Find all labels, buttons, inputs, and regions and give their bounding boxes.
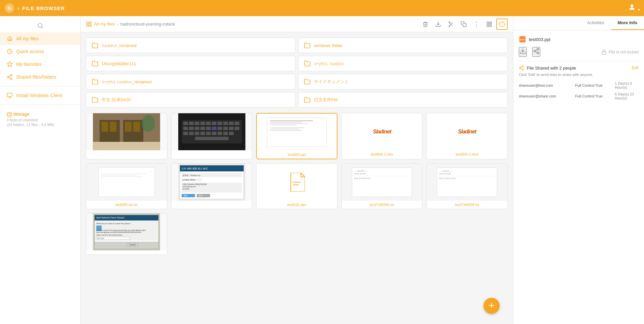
delete-button[interactable] [420, 18, 431, 30]
file-thumbnail [257, 114, 337, 151]
svg-rect-12 [7, 93, 12, 97]
file-item-testtxt0008[interactable]: --- sender --- send email text content l… [426, 163, 508, 209]
search-icon[interactable] [37, 22, 44, 29]
svg-text:G: G [8, 5, 11, 11]
add-icon: + [489, 300, 495, 311]
svg-text:Test Host: Test Host [97, 237, 104, 239]
file-thumbnail [257, 164, 337, 201]
add-fab-button[interactable]: + [484, 298, 500, 314]
sidebar-item-install-windows[interactable]: Install Windows Client [0, 89, 80, 102]
svg-rect-27 [490, 22, 492, 24]
file-label: test010.abc [257, 201, 337, 209]
sidebar-item-shared-files[interactable]: Shared files/folders [0, 71, 80, 83]
svg-rect-51 [223, 122, 228, 125]
header-title: FILE BROWSER [22, 5, 65, 11]
svg-rect-54 [183, 127, 188, 130]
file-thumbnail: --- sender --- send email text content l… [342, 164, 422, 201]
file-item-testtxt0006[interactable]: --- sender --- send email text content l… [341, 163, 423, 209]
file-label [172, 201, 252, 205]
keyboard-thumb [172, 113, 252, 150]
svg-text:Light a name for this network : Light a name for this network place: [96, 234, 123, 236]
cut-button[interactable] [445, 18, 457, 30]
toolbar: All my files › hadroncloud-yuening-cstac… [81, 16, 513, 32]
folder-item[interactable]: התמונה בתקייה_renamed [86, 74, 295, 89]
sidebar-item-my-favorites[interactable]: My favorites [0, 58, 80, 71]
sidebar-item-label-favorites: My favorites [16, 62, 41, 67]
storage-count: (24 folders, 11 files - 4.8 MB) [7, 123, 74, 127]
download-button[interactable] [432, 18, 444, 30]
more-button[interactable]: ⋮ [471, 18, 482, 30]
file-item-screenshot2[interactable]: 文件 编辑 视图 插入 格式 文件名：TestDoc.txt 文件类型: All… [171, 163, 252, 209]
folder-name: Übungsblätter111 [102, 61, 136, 66]
folder-item[interactable]: התמונה_renamed [86, 38, 295, 53]
grid-view-button[interactable] [484, 18, 495, 30]
file-label: test003.ppt [257, 151, 337, 159]
monitor-icon [7, 92, 13, 98]
file-thumbnail [172, 113, 252, 150]
folder-name: 中文-目录Dir01 [102, 97, 131, 103]
info-button[interactable] [496, 18, 508, 30]
svg-rect-52 [229, 122, 233, 125]
breadcrumb-root[interactable]: All my files [94, 22, 115, 27]
folder-item[interactable]: 日文文件Fld [298, 92, 508, 108]
file-item-test004-1[interactable]: Sladinet test004.1.htm [341, 113, 423, 159]
storage-title: Storage [13, 112, 29, 117]
file-label [172, 150, 252, 154]
sidebar-item-label-quick: Quick access [16, 49, 44, 54]
tab-more-info[interactable]: More Info [611, 16, 644, 30]
svg-rect-59 [212, 127, 216, 130]
file-label [86, 150, 167, 154]
sladinet-preview: Sladinet [342, 113, 422, 150]
file-item-photo1[interactable] [86, 113, 167, 159]
svg-rect-38 [125, 122, 132, 132]
panel-share-button[interactable] [532, 47, 540, 57]
toolbar-actions: ⋮ [420, 18, 508, 30]
folder-item[interactable]: windows folder [298, 38, 508, 53]
file-item-keyboard[interactable] [171, 113, 252, 159]
svg-rect-44 [183, 122, 188, 125]
file-item-test010[interactable]: test010.abc [256, 163, 337, 209]
file-item-test003ppt[interactable]: test003.ppt [256, 113, 337, 159]
svg-point-110 [537, 48, 539, 50]
edit-link[interactable]: Edit [632, 66, 639, 70]
user-menu-button[interactable]: ▾ [628, 3, 640, 13]
folder-item[interactable]: Übungsblätter111 [86, 56, 295, 71]
folder-item[interactable]: התמונה בתקייה [298, 56, 508, 71]
file-label: testTxt0008.txt [427, 201, 507, 209]
file-thumbnail: --- sender --- send email text content l… [427, 164, 507, 201]
copy-button[interactable] [458, 18, 469, 30]
folder-item[interactable]: 中文-目录Dir01 [86, 92, 295, 108]
svg-point-116 [522, 66, 523, 67]
svg-rect-25 [463, 23, 466, 27]
panel-filename-row: PPT test003.ppt [519, 36, 639, 43]
svg-point-117 [519, 67, 521, 69]
panel-download-button[interactable] [519, 47, 527, 57]
screenshot-thumb: 文件 编辑 视图 插入 格式 文件名：TestDoc.txt 文件类型: All… [172, 164, 252, 201]
svg-rect-50 [217, 122, 222, 125]
svg-rect-61 [223, 127, 228, 130]
folder-icon [304, 96, 311, 103]
sidebar-item-all-my-files[interactable]: All my files [0, 32, 80, 45]
file-item-test005[interactable]: ··· test005.txt.txt [86, 163, 167, 209]
file-item-test004-2[interactable]: Sladinet test004.2.html [426, 113, 508, 159]
sidebar-item-quick-access[interactable]: Quick access [0, 45, 80, 58]
sladinet-preview2: Sladinet [427, 113, 507, 150]
wizard-thumb: Add Network Place Wizard What do you wan… [86, 213, 167, 250]
file-item-screenshot3[interactable]: Add Network Place Wizard What do you wan… [86, 213, 167, 255]
tab-activities[interactable]: Activities [580, 16, 611, 30]
sidebar-item-label-shared: Shared files/folders [16, 74, 56, 80]
breadcrumb-files-icon [86, 21, 92, 27]
svg-text:http://new.gladnet.com/444FFES: http://new.gladnet.com/444FFESD/KDB/4022… [96, 231, 141, 233]
folder-icon [92, 78, 98, 85]
search-area[interactable] [0, 19, 80, 32]
svg-rect-64 [183, 132, 188, 135]
svg-rect-53 [234, 122, 239, 125]
share-user-perm-2: Full Control:True [575, 94, 612, 98]
sidebar-item-label: All my files [16, 36, 39, 41]
svg-rect-46 [194, 122, 199, 125]
folder-name: サイドキュメント [314, 79, 349, 85]
svg-point-111 [534, 50, 536, 52]
svg-point-9 [10, 78, 12, 80]
folder-item[interactable]: サイドキュメント [298, 74, 508, 89]
folder-icon [304, 42, 311, 49]
